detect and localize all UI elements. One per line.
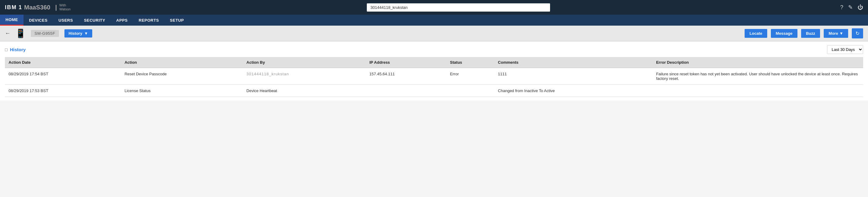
row1-action-by: 301444118_krukstan xyxy=(243,68,366,85)
search-input[interactable] xyxy=(367,3,550,11)
col-status: Status xyxy=(446,57,494,68)
row1-action: Reset Device Passcode xyxy=(121,68,243,85)
row2-comments: Changed from Inactive To Active xyxy=(494,85,652,97)
logo-divider: MaaS360 xyxy=(24,4,51,11)
row1-status: Error xyxy=(446,68,494,85)
row2-ip-address xyxy=(366,85,446,97)
search-bar xyxy=(367,3,550,11)
watson-label: WithWatson xyxy=(59,3,70,11)
row1-comments: 1111 xyxy=(494,68,652,85)
main-nav: HOME DEVICES USERS SECURITY APPS REPORTS… xyxy=(0,15,868,26)
device-name: SM-G955F xyxy=(31,30,59,37)
locate-button[interactable]: Locate xyxy=(745,29,767,38)
col-error-description: Error Description xyxy=(652,57,863,68)
nav-users[interactable]: USERS xyxy=(53,15,79,26)
row1-action-date: 08/29/2019 17:54 BST xyxy=(5,68,121,85)
nav-home[interactable]: HOME xyxy=(0,15,24,26)
nav-devices[interactable]: DEVICES xyxy=(24,15,53,26)
history-table: Action Date Action Action By IP Address … xyxy=(5,57,863,97)
more-button[interactable]: More ▼ xyxy=(824,29,848,38)
row2-status xyxy=(446,85,494,97)
notification-badge[interactable]: 1 xyxy=(19,4,22,11)
ibm-logo: IBM xyxy=(5,4,17,11)
top-bar: IBM 1 MaaS360 | WithWatson ? ✎ ⏻ xyxy=(0,0,868,15)
section-title-row: □ History xyxy=(5,47,26,52)
nav-apps[interactable]: APPS xyxy=(111,15,133,26)
more-dropdown-icon: ▼ xyxy=(839,31,843,36)
top-icons: ? ✎ ⏻ xyxy=(840,4,863,11)
vertical-divider: | xyxy=(55,4,57,11)
content-area: □ History Last 7 Days Last 30 Days Last … xyxy=(0,41,868,101)
power-icon[interactable]: ⏻ xyxy=(858,4,863,11)
message-button[interactable]: Message xyxy=(771,29,798,38)
row2-action-by: Device Heartbeat xyxy=(243,85,366,97)
sub-header: ← 📱 SM-G955F History ▼ Locate Message Bu… xyxy=(0,26,868,41)
back-button[interactable]: ← xyxy=(5,30,10,37)
section-title: History xyxy=(10,47,26,52)
buzz-button[interactable]: Buzz xyxy=(801,29,820,38)
history-button[interactable]: History ▼ xyxy=(64,29,93,38)
table-header-row: Action Date Action Action By IP Address … xyxy=(5,57,863,68)
nav-reports[interactable]: REPORTS xyxy=(133,15,164,26)
more-label: More xyxy=(829,31,838,36)
collapse-icon[interactable]: □ xyxy=(5,47,7,52)
nav-security[interactable]: SECURITY xyxy=(79,15,111,26)
date-filter: Last 7 Days Last 30 Days Last 60 Days La… xyxy=(827,45,863,54)
user-icon[interactable]: ✎ xyxy=(848,4,853,11)
nav-setup[interactable]: SETUP xyxy=(164,15,189,26)
date-filter-select[interactable]: Last 7 Days Last 30 Days Last 60 Days La… xyxy=(827,45,863,54)
android-icon: 📱 xyxy=(15,28,26,38)
col-ip-address: IP Address xyxy=(366,57,446,68)
row1-error-description: Failure since reset token has not yet be… xyxy=(652,68,863,85)
row2-error-description xyxy=(652,85,863,97)
help-icon[interactable]: ? xyxy=(840,4,843,11)
row2-action: License Status xyxy=(121,85,243,97)
col-comments: Comments xyxy=(494,57,652,68)
section-header: □ History Last 7 Days Last 30 Days Last … xyxy=(5,45,863,54)
history-dropdown-icon: ▼ xyxy=(84,31,88,36)
row2-action-date: 08/29/2019 17:53 BST xyxy=(5,85,121,97)
logo-area: IBM 1 MaaS360 | WithWatson xyxy=(5,3,70,11)
col-action-by: Action By xyxy=(243,57,366,68)
col-action: Action xyxy=(121,57,243,68)
row1-ip-address: 157.45.64.111 xyxy=(366,68,446,85)
history-button-label: History xyxy=(69,31,83,36)
table-row: 08/29/2019 17:54 BST Reset Device Passco… xyxy=(5,68,863,85)
col-action-date: Action Date xyxy=(5,57,121,68)
table-row: 08/29/2019 17:53 BST License Status Devi… xyxy=(5,85,863,97)
refresh-button[interactable]: ↻ xyxy=(852,28,863,38)
